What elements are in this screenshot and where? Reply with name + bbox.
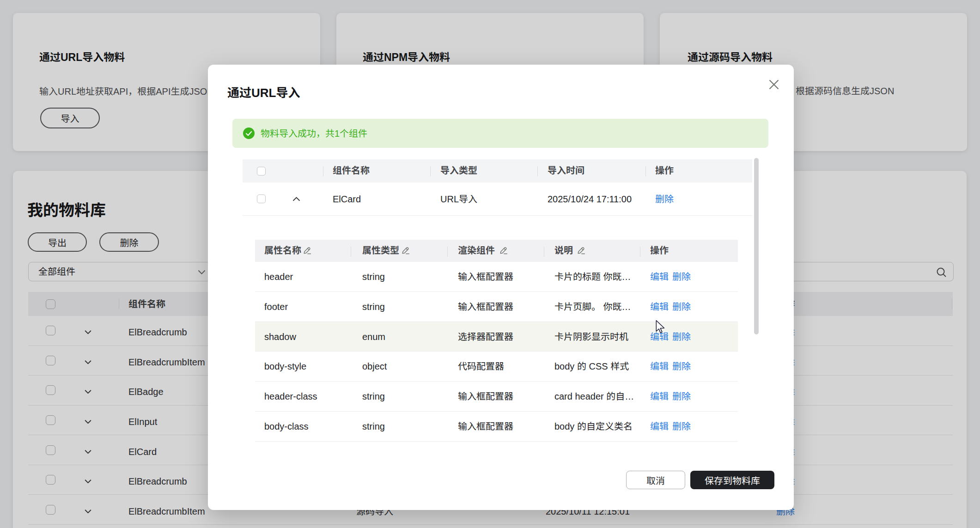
delete-link[interactable]: 删除 [672,272,691,281]
prop-renderer: 输入框配置器 [458,392,513,401]
prop-desc: 卡片的标题 你既… [554,272,631,281]
delete-link[interactable]: 删除 [655,194,674,204]
import-time: 2025/10/24 17:11:00 [548,194,632,204]
prop-name: footer [264,302,288,311]
row-checkbox[interactable] [257,194,266,203]
property-row: body-style object 代码配置器 body 的 CSS 样式 编辑… [255,352,738,382]
column-header-type: 导入类型 [440,166,477,175]
property-row: shadow enum 选择器配置器 卡片阴影显示时机 编辑 删除 [255,322,738,352]
column-divider [537,166,538,176]
column-header-name: 组件名称 [333,166,370,175]
collapse-caret-icon[interactable] [292,197,300,201]
column-header-time: 导入时间 [548,166,584,175]
prop-name: header [264,272,293,281]
column-header-desc: 说明 [554,246,573,255]
edit-column-icon[interactable] [402,246,410,255]
column-divider [430,166,431,176]
prop-renderer: 输入框配置器 [458,272,513,281]
import-type: URL导入 [440,194,477,204]
property-row: header-class string 输入框配置器 card header 的… [255,382,738,412]
prop-type: enum [362,332,385,341]
column-header-action: 操作 [650,246,669,255]
delete-link[interactable]: 删除 [672,392,691,401]
column-divider [544,247,544,257]
close-icon[interactable] [768,79,779,90]
save-to-library-button[interactable]: 保存到物料库 [690,471,774,489]
cancel-button[interactable]: 取消 [626,471,685,489]
property-row: header string 输入框配置器 卡片的标题 你既… 编辑 删除 [255,262,738,292]
column-divider [447,247,448,257]
delete-link[interactable]: 删除 [672,422,691,431]
property-row: body-class string 输入框配置器 body 的自定义类名 编辑 … [255,412,738,442]
edit-column-icon[interactable] [577,246,585,255]
component-row: ElCard URL导入 2025/10/24 17:11:00 删除 [243,182,752,216]
alert-message: 物料导入成功，共1个组件 [261,129,367,138]
property-row: footer string 输入框配置器 卡片页脚。 你既… 编辑 删除 [255,292,738,322]
prop-renderer: 选择器配置器 [458,332,513,341]
prop-desc: body 的自定义类名 [554,422,633,431]
edit-link[interactable]: 编辑 [650,302,669,311]
select-all-checkbox[interactable] [257,167,266,176]
edit-link[interactable]: 编辑 [650,362,669,371]
delete-link[interactable]: 删除 [672,362,691,371]
column-header-action: 操作 [655,166,674,175]
prop-type: string [362,422,385,431]
prop-name: shadow [264,332,296,341]
edit-link[interactable]: 编辑 [650,272,669,281]
prop-renderer: 代码配置器 [458,362,504,371]
properties-table-header: 属性名称 属性类型 渲染组件 说明 操作 [255,240,738,262]
prop-name: body-style [264,362,306,371]
prop-name: header-class [264,392,317,401]
column-header-prop-name: 属性名称 [264,246,301,255]
delete-link[interactable]: 删除 [672,302,691,311]
prop-desc: body 的 CSS 样式 [554,362,629,371]
edit-link[interactable]: 编辑 [650,392,669,401]
edit-column-icon[interactable] [303,246,311,255]
components-table-header: 组件名称 导入类型 导入时间 操作 [243,159,752,182]
column-divider [351,247,351,257]
mouse-cursor [656,320,665,334]
delete-link[interactable]: 删除 [672,332,691,341]
prop-desc: 卡片页脚。 你既… [554,302,631,311]
prop-type: string [362,272,385,281]
dialog-title: 通过URL导入 [227,87,300,99]
edit-column-icon[interactable] [499,246,508,255]
prop-desc: 卡片阴影显示时机 [554,332,628,341]
import-url-dialog: 通过URL导入 物料导入成功，共1个组件 组件名称 导入类型 导入时间 操作 E… [208,65,794,510]
prop-renderer: 输入框配置器 [458,422,513,431]
prop-type: string [362,392,385,401]
prop-name: body-class [264,422,309,431]
success-check-icon [243,127,255,139]
prop-renderer: 输入框配置器 [458,302,513,311]
imported-components-table: 组件名称 导入类型 导入时间 操作 ElCard URL导入 2025/10/2… [243,159,752,216]
scrollbar-thumb[interactable] [754,158,759,334]
column-divider [645,166,646,176]
column-divider [640,247,640,257]
prop-type: string [362,302,385,311]
column-divider [323,166,323,176]
success-alert: 物料导入成功，共1个组件 [232,119,768,148]
component-name: ElCard [333,194,361,204]
properties-table: 属性名称 属性类型 渲染组件 说明 操作 header string 输入框配置… [255,240,738,442]
prop-type: object [362,362,387,371]
column-header-renderer: 渲染组件 [458,246,495,255]
column-header-prop-type: 属性类型 [362,246,399,255]
edit-link[interactable]: 编辑 [650,422,669,431]
prop-desc: card header 的自… [554,392,634,401]
